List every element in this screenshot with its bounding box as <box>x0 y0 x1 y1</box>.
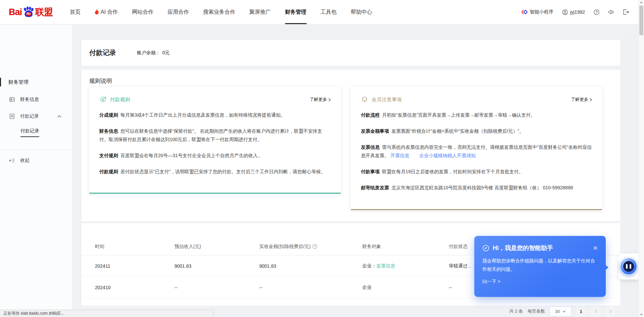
rule-item: 支付规则百度联盟会在每月20号—31号支付企业会员上个自然月产生的收入。 <box>99 151 331 160</box>
chevron-left-icon <box>594 309 597 313</box>
robot-face-icon <box>623 261 634 272</box>
chevron-down-icon <box>562 310 566 313</box>
nav-item-toolkit[interactable]: 工具包 <box>314 0 344 24</box>
user-account[interactable]: jyj1992 <box>562 9 585 15</box>
invoice-info-link[interactable]: 开票信息 <box>390 153 409 158</box>
payment-record-icon <box>9 113 15 119</box>
finance-info-icon <box>9 97 15 103</box>
cell-actual: -- <box>259 285 362 290</box>
flame-icon <box>95 9 99 15</box>
scroll-down-arrow-icon[interactable] <box>640 314 643 315</box>
collapse-icon <box>9 157 15 164</box>
total-count: 共 2 条 <box>509 308 523 314</box>
nav-item-home[interactable]: 首页 <box>63 0 88 24</box>
page-size-select[interactable]: 30 <box>550 306 571 316</box>
nav-item-search-cooperation[interactable]: 搜索业务合作 <box>196 0 243 24</box>
question-circle-icon[interactable] <box>312 244 317 249</box>
sidebar-item-finance-info[interactable]: 财务信息 <box>0 95 72 104</box>
column-time: 时间 <box>95 244 174 250</box>
balance-label: 账户余额： <box>137 50 160 56</box>
smart-program-icon <box>521 9 528 15</box>
sidebar: 财务管理 财务信息 付款记录 付款记录 收起 <box>0 25 72 317</box>
page-number-1[interactable]: 1 <box>576 306 586 316</box>
column-actual-amount: 实收金额(扣除税费后/元) <box>259 244 362 250</box>
logo-text-bai: Bai <box>9 7 22 17</box>
rule-item: 邮寄纸质发票北京市海淀区西北旺东路10号院百度科技园5号楼 百度联盟财务组（收）… <box>361 184 592 192</box>
payment-rules-card: 付款规则 了解更多 分成规则每月第3或4个工作日产出上月分成信息及发票信息，如有… <box>89 87 341 194</box>
cell-estimated: -- <box>174 285 259 290</box>
column-finance-target: 财务对象 <box>362 244 449 250</box>
rule-item: 分成规则每月第3或4个工作日产出上月分成信息及发票信息，如有特殊情况将提前通知。 <box>99 111 331 119</box>
balance-value: 0元 <box>162 50 170 56</box>
rules-section-title: 规则说明 <box>89 77 112 85</box>
scrollbar-thumb[interactable] <box>639 6 643 35</box>
member-notice-bell-icon <box>361 96 368 103</box>
column-estimated-income: 预估收入(元) <box>174 244 259 250</box>
help-icon <box>594 9 599 15</box>
sidebar-collapse-button[interactable]: 收起 <box>0 156 72 165</box>
nav-item-finance-management[interactable]: 财务管理 <box>278 0 314 24</box>
chevron-right-icon <box>590 98 592 102</box>
prev-page-button[interactable] <box>591 306 601 316</box>
user-icon <box>562 9 568 15</box>
baidu-union-logo[interactable]: Bai du 联盟 <box>9 6 53 18</box>
sound-icon <box>608 9 614 15</box>
logout-button[interactable] <box>623 9 629 15</box>
small-taxpayer-notice-link[interactable]: 企业小规模纳税人开票须知 <box>419 153 476 158</box>
sound-button[interactable] <box>608 9 614 15</box>
page-title: 付款记录 <box>89 48 116 57</box>
browser-status-bar: 正在等待 xlab.baidu.com 的响应... <box>0 310 214 317</box>
rule-item: 财务信息您可以在财务信息中选择“保留付款”。 在此期间您产生的收入将在账户内进行… <box>99 127 331 144</box>
close-icon[interactable] <box>593 246 598 250</box>
sidebar-divider <box>0 149 72 150</box>
card-title: 付款规则 <box>110 97 130 103</box>
assistant-dock <box>619 253 639 279</box>
assistant-popup: Hi，我是您的智能助手 我会帮助您诊断合作链路问题，以及解答您关于任何合作相关的… <box>474 236 606 297</box>
baidu-paw-icon: du <box>22 6 35 18</box>
learn-more-link[interactable]: 了解更多 <box>571 97 592 103</box>
chevron-right-icon <box>609 309 612 313</box>
assistant-title: Hi，我是您的智能助手 <box>493 244 553 252</box>
smart-mini-program-entry[interactable]: 智能小程序 <box>521 9 553 15</box>
page-header-panel: 付款记录 账户余额： 0元 <box>82 40 620 66</box>
next-page-button[interactable] <box>605 306 615 316</box>
main-menu: 首页 AI 合作 网站合作 应用合作 搜索业务合作 聚屏推广 财务管理 工具包 … <box>63 0 379 24</box>
rule-item: 付款流程月初按“发票信息”页面开具发票→上传发票→邮寄发票→审核→确认支付。 <box>361 111 592 119</box>
invoice-info-table-link[interactable]: 发票信息 <box>376 263 395 268</box>
rules-panel: 规则说明 付款规则 了解更多 分成规则每月第3或4个工作日产出上月分成信息及发票… <box>82 70 620 221</box>
rule-item: 发票金额事项发票票面“价税合计”金额=系统中“实收金额（扣除税费后/元）”。 <box>361 127 592 135</box>
account-balance: 账户余额： 0元 <box>137 50 170 56</box>
nav-item-website-cooperation[interactable]: 网站合作 <box>125 0 161 24</box>
cell-actual: 9001.83 <box>259 263 362 269</box>
cell-target: 企业 <box>362 284 449 291</box>
cell-estimated: 9001.83 <box>174 263 259 269</box>
rule-item: 付款规则若付款状态显示“已支付”，说明联盟已安排了您的付款。支付后三个工作日内到… <box>99 168 331 176</box>
assistant-robot-button[interactable] <box>620 257 638 275</box>
ask-now-link[interactable]: 问一下 > <box>474 273 606 285</box>
assistant-message: 我会帮助您诊断合作链路问题，以及解答您关于任何合作相关的问题。 <box>474 252 606 273</box>
cell-time: 202410 <box>95 285 174 290</box>
logout-icon <box>623 9 629 15</box>
nav-item-ai-cooperation[interactable]: AI 合作 <box>88 0 125 24</box>
scroll-up-arrow-icon[interactable] <box>640 2 643 3</box>
cell-time: 202411 <box>95 263 174 269</box>
nav-item-app-cooperation[interactable]: 应用合作 <box>161 0 196 24</box>
nav-right-utilities: 智能小程序 jyj1992 <box>521 9 629 15</box>
cell-target: 企业：发票信息 <box>362 263 449 269</box>
help-button[interactable] <box>594 9 599 15</box>
top-navigation: Bai du 联盟 首页 AI 合作 网站合作 应用合作 搜索业务合作 聚屏推广… <box>0 0 638 24</box>
learn-more-link[interactable]: 了解更多 <box>310 97 331 103</box>
sidebar-item-payment-records[interactable]: 付款记录 <box>0 112 72 121</box>
nav-item-juping-promotion[interactable]: 聚屏推广 <box>243 0 278 24</box>
vertical-scrollbar[interactable] <box>638 0 644 317</box>
rule-item: 发票信息需与系统内发票信息内容完全一致，否则无法支付。请根据发票信息页面中“百度… <box>361 143 592 160</box>
card-title: 会员注意事项 <box>372 97 402 103</box>
rule-item: 付款事项联盟在每月19日之后签收的发票，付款时间安排在下个月首批支付。 <box>361 168 592 176</box>
payment-rule-icon <box>99 96 107 103</box>
logo-text-lianmeng: 联盟 <box>35 6 53 18</box>
chevron-up-icon <box>57 115 61 118</box>
per-page-label: 每页条数 <box>528 308 545 314</box>
logo-text-du: du <box>26 12 31 15</box>
sidebar-subitem-payment-records[interactable]: 付款记录 <box>20 128 39 137</box>
nav-item-help-center[interactable]: 帮助中心 <box>344 0 379 24</box>
